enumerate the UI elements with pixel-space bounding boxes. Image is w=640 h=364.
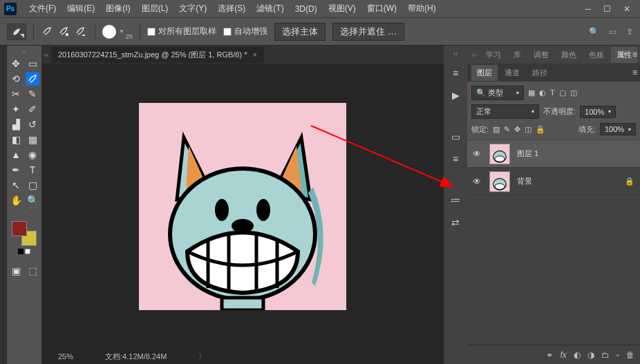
layer-name-label[interactable]: 背景 — [517, 176, 618, 186]
pen-tool[interactable]: ✒ — [9, 163, 23, 177]
lock-all-icon[interactable]: 🔒 — [536, 125, 545, 134]
layers-menu-icon[interactable]: ≡ — [632, 68, 637, 77]
document-tab[interactable]: 20160307224215_stmZu.jpeg @ 25% (图层 1, R… — [51, 47, 264, 63]
doc-size-info[interactable]: 文档:4.12M/8.24M — [105, 352, 167, 362]
layer-thumbnail[interactable] — [489, 144, 510, 164]
visibility-toggle-icon[interactable]: 👁 — [473, 149, 482, 159]
delete-layer-icon[interactable]: 🗑 — [626, 350, 634, 360]
crop-tool[interactable]: ✂ — [9, 87, 23, 101]
eyedropper-tool[interactable]: ✎ — [26, 87, 39, 101]
menu-type[interactable]: 文字(Y) — [173, 3, 212, 15]
brush-size-picker[interactable]: ▼ — [102, 25, 124, 39]
menu-window[interactable]: 窗口(W) — [361, 3, 402, 15]
search-icon[interactable]: 🔍 — [589, 27, 599, 37]
layer-name-label[interactable]: 图层 1 — [517, 149, 634, 159]
sample-all-layers-checkbox[interactable]: 对所有图层取样 — [147, 26, 216, 37]
filter-type-icon[interactable]: T — [550, 88, 555, 97]
lasso-tool[interactable]: ⟲ — [9, 72, 23, 86]
character-panel-icon[interactable]: ▭ — [449, 131, 462, 143]
window-minimize-icon[interactable]: ─ — [585, 4, 591, 14]
history-brush-tool[interactable]: ↺ — [26, 117, 39, 131]
quickmask-tool[interactable]: ▣ — [9, 264, 23, 278]
filter-pixel-icon[interactable]: ▦ — [528, 88, 535, 97]
window-maximize-icon[interactable]: ☐ — [603, 4, 611, 14]
layer-row[interactable]: 👁 背景 🔒 — [467, 168, 640, 195]
new-selection-icon[interactable] — [41, 25, 55, 39]
zoom-value[interactable]: 25% — [58, 352, 73, 361]
stamp-tool[interactable]: ▟ — [9, 117, 23, 131]
layer-mask-icon[interactable]: ◐ — [574, 350, 581, 360]
add-selection-icon[interactable] — [57, 25, 71, 39]
link-layers-icon[interactable]: ⚭ — [546, 350, 553, 360]
color-swatches[interactable] — [12, 221, 37, 246]
menu-3d[interactable]: 3D(D) — [290, 4, 323, 14]
layer-thumbnail[interactable] — [489, 171, 510, 192]
subtract-selection-icon[interactable] — [74, 25, 88, 39]
hand-tool[interactable]: ✋ — [9, 193, 23, 207]
actions-panel-icon[interactable]: ▶ — [449, 89, 462, 102]
marquee-tool[interactable]: ▭ — [26, 57, 39, 70]
layer-style-icon[interactable]: fx — [560, 350, 566, 360]
opacity-input[interactable]: 100%▾ — [580, 106, 616, 118]
tab-learn[interactable]: 学习 — [480, 47, 507, 63]
blur-tool[interactable]: ▲ — [9, 148, 23, 162]
menu-select[interactable]: 选择(S) — [212, 3, 251, 15]
history-panel-icon[interactable]: ≡ — [449, 67, 462, 79]
type-tool[interactable]: T — [26, 163, 39, 177]
menu-image[interactable]: 图像(I) — [100, 3, 135, 15]
auto-enhance-checkbox[interactable]: 自动增强 — [223, 26, 267, 37]
select-subject-button[interactable]: 选择主体 — [274, 23, 326, 41]
menu-view[interactable]: 视图(V) — [323, 3, 361, 15]
eraser-tool[interactable]: ◧ — [9, 133, 23, 146]
layer-row[interactable]: 👁 图层 1 — [467, 140, 640, 168]
workspace-icon[interactable]: ▭ — [609, 27, 617, 37]
window-close-icon[interactable]: ✕ — [623, 4, 630, 14]
toolbox-collapse-icon[interactable]: ›› — [9, 48, 39, 55]
screenmode-tool[interactable]: ⬚ — [26, 264, 39, 278]
menu-edit[interactable]: 编辑(E) — [62, 3, 100, 15]
expand-panels-icon[interactable]: ‹‹ — [41, 51, 51, 59]
menu-file[interactable]: 文件(F) — [23, 3, 62, 15]
adjust-panel-icon[interactable]: ⇄ — [449, 216, 462, 229]
lock-transparency-icon[interactable]: ▨ — [493, 125, 500, 134]
shape-tool[interactable]: ▢ — [26, 178, 39, 192]
visibility-toggle-icon[interactable]: 👁 — [473, 177, 482, 186]
tab-channels[interactable]: 通道 — [499, 65, 525, 81]
tab-swatches[interactable]: 色板 — [583, 47, 610, 63]
filter-smart-icon[interactable]: ◫ — [570, 88, 577, 97]
share-icon[interactable]: ⇪ — [626, 27, 633, 37]
healing-tool[interactable]: ✦ — [9, 102, 23, 116]
tab-paths[interactable]: 路径 — [527, 65, 553, 81]
menu-layer[interactable]: 图层(L) — [136, 3, 174, 15]
viewport[interactable] — [41, 64, 444, 349]
new-layer-icon[interactable]: ▫ — [617, 350, 619, 360]
tool-preset-picker[interactable] — [7, 23, 26, 40]
filter-shape-icon[interactable]: ▢ — [559, 88, 566, 97]
fill-input[interactable]: 100%▾ — [600, 123, 636, 135]
layer-filter-dropdown[interactable]: 🔍 类型▾ — [471, 86, 524, 100]
filter-adjust-icon[interactable]: ◐ — [539, 88, 546, 97]
move-tool[interactable]: ✥ — [9, 57, 23, 70]
path-select-tool[interactable]: ↖ — [9, 178, 23, 192]
layer-group-icon[interactable]: 🗀 — [601, 350, 610, 360]
menu-help[interactable]: 帮助(H) — [402, 3, 442, 15]
tab-libraries[interactable]: 库 — [508, 47, 527, 63]
lock-pixels-icon[interactable]: ✎ — [504, 125, 510, 134]
rail-collapse-icon[interactable]: ‹‹ — [453, 50, 458, 57]
select-and-mask-button[interactable]: 选择并遮住 … — [332, 23, 404, 41]
dodge-tool[interactable]: ◉ — [26, 148, 39, 162]
gradient-tool[interactable]: ▦ — [26, 133, 39, 146]
lock-position-icon[interactable]: ✥ — [514, 125, 520, 134]
properties-menu-icon[interactable]: ≡ — [632, 50, 637, 59]
zoom-tool[interactable]: 🔍 — [26, 193, 39, 207]
adjustment-layer-icon[interactable]: ◑ — [587, 350, 594, 360]
lock-artboard-icon[interactable]: ◫ — [525, 125, 531, 134]
close-tab-icon[interactable]: × — [253, 50, 257, 59]
tab-adjustments[interactable]: 调整 — [528, 47, 554, 63]
menu-filter[interactable]: 滤镜(T) — [251, 3, 289, 15]
quick-select-tool[interactable] — [26, 72, 39, 86]
blend-mode-dropdown[interactable]: 正常▾ — [471, 104, 539, 119]
tab-color[interactable]: 颜色 — [556, 47, 582, 63]
panels-collapse-icon[interactable]: ›› — [471, 51, 476, 59]
brush-tool[interactable]: ✐ — [26, 102, 39, 116]
